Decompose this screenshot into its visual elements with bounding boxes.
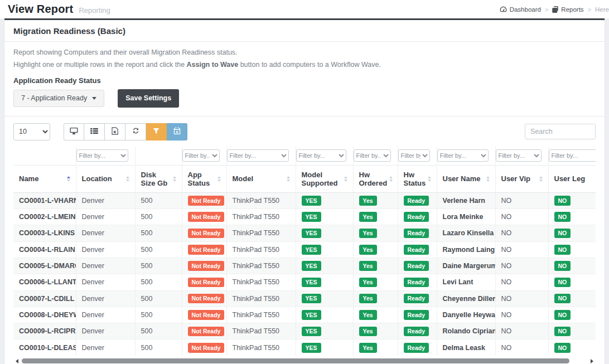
table-row[interactable]: CO0002-L-LMEINDenver500Not ReadyThinkPad… bbox=[13, 209, 596, 225]
cell-user-leg: NO bbox=[548, 323, 596, 339]
column-header-hw-ordered[interactable]: Hw Ordered bbox=[353, 165, 398, 192]
cell-text: ThinkPad T550 bbox=[233, 278, 280, 286]
column-header-app-status[interactable]: App Status bbox=[182, 165, 226, 192]
cell-model: ThinkPad T550 bbox=[226, 258, 296, 274]
cell-user-leg: NO bbox=[548, 274, 596, 290]
status-badge: YES bbox=[302, 212, 321, 222]
cell-hw-ordered: Yes bbox=[353, 192, 398, 208]
status-badge: YES bbox=[302, 245, 321, 255]
status-badge: YES bbox=[302, 196, 321, 206]
cell-user-vip: NO bbox=[495, 192, 548, 208]
status-badge: Yes bbox=[359, 327, 377, 337]
status-badge: Ready bbox=[404, 294, 429, 304]
filter-select-model-supported[interactable]: Filter by... bbox=[296, 149, 346, 162]
scroll-left-arrow-icon[interactable] bbox=[16, 359, 18, 363]
cell-text: Cheyenne Dillenbeck bbox=[443, 295, 496, 303]
cell-hw-status: Ready bbox=[398, 192, 437, 208]
filter-toggle-button[interactable] bbox=[146, 123, 167, 140]
cell-app-status: Not Ready bbox=[182, 192, 226, 208]
breadcrumb: Dashboard>Reports>Here bbox=[500, 6, 609, 13]
cell-user-vip: NO bbox=[495, 274, 548, 290]
breadcrumb-item-reports[interactable]: Reports bbox=[552, 6, 583, 13]
column-header-user-vip[interactable]: User Vip bbox=[495, 165, 548, 192]
table-row[interactable]: CO0007-L-CDILLDenver500Not ReadyThinkPad… bbox=[13, 290, 596, 307]
cell-user-leg: NO bbox=[548, 258, 596, 274]
dashboard-icon bbox=[500, 6, 507, 12]
list-view-button[interactable] bbox=[84, 123, 105, 140]
status-badge: NO bbox=[554, 294, 571, 304]
description-line-1: Report showing Computers and their overa… bbox=[13, 47, 596, 58]
filter-select-hw-status[interactable]: Filter by... bbox=[398, 149, 430, 162]
cell-location: Denver bbox=[76, 209, 135, 225]
column-label: Name bbox=[19, 174, 38, 183]
status-badge: YES bbox=[302, 327, 321, 337]
excel-file-icon bbox=[112, 127, 118, 137]
table-row[interactable]: CO0008-L-DHEYWDenver500Not ReadyThinkPad… bbox=[13, 307, 596, 323]
cell-user-vip: NO bbox=[495, 307, 548, 323]
status-badge: YES bbox=[302, 294, 321, 304]
excel-export-button[interactable] bbox=[105, 123, 125, 140]
cell-name: CO0006-L-LLANT bbox=[13, 274, 76, 290]
page-length-select[interactable]: 10 bbox=[13, 123, 50, 140]
filter-select-hw-ordered[interactable]: Filter by... bbox=[354, 149, 391, 162]
schedule-report-button[interactable] bbox=[167, 123, 187, 140]
status-badge: Yes bbox=[359, 278, 377, 288]
refresh-button[interactable] bbox=[125, 123, 146, 140]
cell-user-leg: NO bbox=[548, 339, 596, 356]
column-header-user-leg[interactable]: User Leg bbox=[548, 165, 596, 192]
column-header-model-supported[interactable]: Model Supported bbox=[296, 165, 353, 192]
cell-name: CO0005-L-DMARG bbox=[13, 258, 76, 274]
status-badge: Yes bbox=[359, 196, 377, 206]
cell-user-vip: NO bbox=[495, 241, 548, 258]
filter-select-location[interactable]: Filter by... bbox=[76, 149, 128, 162]
cell-model: ThinkPad T550 bbox=[226, 290, 296, 307]
filter-select-user-vip[interactable]: Filter by... bbox=[496, 149, 542, 162]
breadcrumb-separator: > bbox=[545, 6, 548, 13]
display-columns-button[interactable] bbox=[64, 123, 84, 140]
column-label: Hw Ordered bbox=[359, 171, 388, 187]
breadcrumb-item-dashboard[interactable]: Dashboard bbox=[500, 6, 541, 13]
table-row[interactable]: CO0005-L-DMARGDenver500Not ReadyThinkPad… bbox=[13, 258, 596, 274]
filter-select-user-name[interactable]: Filter by... bbox=[437, 149, 489, 162]
cell-text: 500 bbox=[141, 278, 153, 286]
section-divider bbox=[4, 116, 605, 117]
filter-select-model[interactable]: Filter by... bbox=[227, 149, 289, 162]
app-ready-status-dropdown[interactable]: 7 - Application Ready bbox=[13, 90, 104, 107]
cell-hw-ordered: Yes bbox=[353, 290, 398, 307]
search-input[interactable] bbox=[525, 124, 596, 139]
cell-user-vip: NO bbox=[495, 290, 548, 307]
cell-text: Verlene Harn bbox=[443, 197, 485, 205]
cell-user-vip: NO bbox=[495, 225, 548, 241]
column-header-name[interactable]: Name bbox=[13, 165, 76, 192]
status-badge: Not Ready bbox=[188, 229, 225, 239]
table-row[interactable]: CO0001-L-VHARNDenver500Not ReadyThinkPad… bbox=[13, 192, 596, 208]
cell-hw-status: Ready bbox=[398, 241, 437, 258]
column-header-disk-size-gb[interactable]: Disk Size Gb bbox=[135, 165, 182, 192]
column-header-hw-status[interactable]: Hw Status bbox=[398, 165, 437, 192]
refresh-icon bbox=[132, 127, 139, 136]
table-row[interactable]: CO0009-L-RCIPRDenver500Not ReadyThinkPad… bbox=[13, 323, 596, 339]
scrollbar-thumb[interactable] bbox=[22, 358, 569, 363]
scroll-right-arrow-icon[interactable] bbox=[591, 359, 593, 363]
cell-model: ThinkPad T550 bbox=[226, 209, 296, 225]
status-badge: YES bbox=[302, 278, 321, 288]
status-badge: Not Ready bbox=[188, 212, 225, 222]
table-row[interactable]: CO0004-L-RLAINDenver500Not ReadyThinkPad… bbox=[13, 241, 596, 258]
table-row[interactable]: CO0010-L-DLEASDenver500Not ReadyThinkPad… bbox=[13, 339, 596, 356]
column-header-model[interactable]: Model bbox=[226, 165, 296, 192]
column-header-user-name[interactable]: User Name bbox=[437, 165, 495, 192]
cell-model-supported: YES bbox=[296, 192, 353, 208]
filter-cell-model: Filter by... bbox=[226, 147, 296, 166]
filter-cell-hw-ordered: Filter by... bbox=[353, 147, 398, 166]
table-row[interactable]: CO0006-L-LLANTDenver500Not ReadyThinkPad… bbox=[13, 274, 596, 290]
save-settings-button[interactable]: Save Settings bbox=[118, 89, 179, 108]
cell-user-name: Raymond Laing bbox=[437, 241, 495, 258]
cell-text: NO bbox=[501, 229, 512, 237]
cell-hw-status: Ready bbox=[398, 209, 437, 225]
table-row[interactable]: CO0003-L-LKINSDenver500Not ReadyThinkPad… bbox=[13, 225, 596, 241]
scrollbar-track[interactable] bbox=[21, 358, 588, 363]
filter-select-user-leg[interactable]: Filter by... bbox=[549, 149, 596, 162]
filter-select-app-status[interactable]: Filter by... bbox=[182, 149, 220, 162]
cell-name: CO0007-L-CDILL bbox=[13, 290, 76, 307]
column-header-location[interactable]: Location bbox=[76, 165, 135, 192]
